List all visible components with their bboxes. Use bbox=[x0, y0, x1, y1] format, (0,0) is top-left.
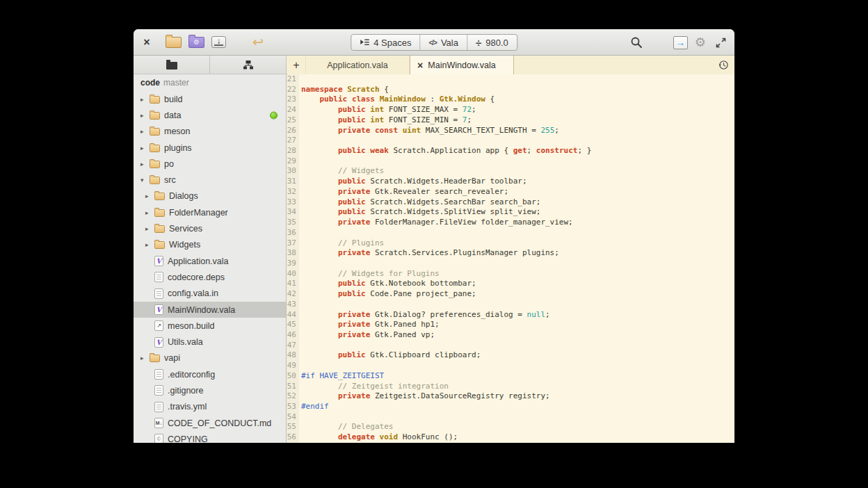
collapsed-expander-icon[interactable]: ▸ bbox=[145, 241, 154, 248]
source-editor[interactable]: 2122namespace Scratch {23 public class M… bbox=[287, 74, 734, 443]
sidebar-item--editorconfig[interactable]: .editorconfig bbox=[134, 366, 286, 382]
sidebar-item-mainwindow-vala[interactable]: VMainWindow.vala bbox=[134, 302, 286, 318]
code-line[interactable]: 52 private Zeitgeist.DataSourceRegistry … bbox=[287, 391, 734, 402]
collapsed-expander-icon[interactable]: ▸ bbox=[145, 193, 154, 200]
code-line[interactable]: 47 bbox=[287, 341, 734, 351]
collapsed-expander-icon[interactable]: ▸ bbox=[140, 161, 150, 168]
code-line[interactable]: 31 public Scratch.Widgets.HeaderBar tool… bbox=[287, 177, 734, 187]
code-line[interactable]: 25 public int FONT_SIZE_MIN = 7; bbox=[287, 115, 734, 126]
code-line[interactable]: 50#if HAVE_ZEITGEIST bbox=[287, 371, 734, 382]
sidebar-item-utils-vala[interactable]: VUtils.vala bbox=[134, 334, 286, 350]
vala-file-icon: V bbox=[154, 337, 163, 348]
sidebar-item--travis-yml[interactable]: .travis.yml bbox=[134, 399, 286, 415]
collapsed-expander-icon[interactable]: ▸ bbox=[140, 112, 150, 119]
line-content: // Delegates bbox=[299, 422, 393, 432]
sidebar-item-dialogs[interactable]: ▸Dialogs bbox=[134, 188, 286, 204]
share-icon[interactable]: → bbox=[673, 36, 688, 49]
sidebar-item-config-vala-in[interactable]: config.vala.in bbox=[134, 286, 286, 302]
undo-icon[interactable]: ↩ bbox=[252, 35, 264, 49]
sidebar-item-widgets[interactable]: ▸Widgets bbox=[134, 237, 286, 253]
code-line[interactable]: 32 private Gtk.Revealer search_revealer; bbox=[287, 187, 734, 197]
window-close-button[interactable]: × bbox=[138, 36, 156, 49]
open-folder-icon[interactable] bbox=[166, 37, 182, 48]
code-line[interactable]: 24 public int FONT_SIZE_MAX = 72; bbox=[287, 105, 734, 115]
collapsed-expander-icon[interactable]: ▸ bbox=[140, 128, 150, 135]
sidebar-item-code-of-conduct-md[interactable]: M↓CODE_OF_CONDUCT.md bbox=[134, 415, 286, 431]
language-button[interactable]: </> Vala bbox=[420, 35, 467, 50]
indentation-button[interactable]: 4 Spaces bbox=[351, 35, 420, 50]
search-icon[interactable] bbox=[630, 36, 643, 49]
sidebar-item--gitignore[interactable]: .gitignore bbox=[134, 382, 286, 398]
code-line[interactable]: 35 private FolderManager.FileView folder… bbox=[287, 218, 734, 228]
tab-close-icon[interactable]: × bbox=[417, 60, 423, 70]
code-line[interactable]: 30 // Widgets bbox=[287, 166, 734, 177]
sidebar-item-src[interactable]: ▾src bbox=[134, 172, 286, 188]
sidebar-item-services[interactable]: ▸Services bbox=[134, 220, 286, 236]
sidebar-item-copying[interactable]: ©COPYING bbox=[134, 431, 286, 443]
code-line[interactable]: 40 // Widgets for Plugins bbox=[287, 269, 734, 279]
code-line[interactable]: 26 private const uint MAX_SEARCH_TEXT_LE… bbox=[287, 126, 734, 136]
line-content: #if HAVE_ZEITGEIST bbox=[299, 371, 384, 382]
sidebar-item-po[interactable]: ▸po bbox=[134, 156, 286, 172]
code-line[interactable]: 38 private Scratch.Services.PluginsManag… bbox=[287, 248, 734, 259]
code-line[interactable]: 23 public class MainWindow : Gtk.Window … bbox=[287, 95, 734, 105]
save-icon[interactable]: ↓ bbox=[211, 36, 226, 48]
templates-folder-icon[interactable]: ⚙ bbox=[188, 37, 204, 48]
sidebar-item-vapi[interactable]: ▸vapi bbox=[134, 350, 286, 366]
collapsed-expander-icon[interactable]: ▸ bbox=[140, 145, 150, 152]
code-line[interactable]: 45 private Gtk.Paned hp1; bbox=[287, 320, 734, 330]
code-line[interactable]: 41 public Gtk.Notebook bottombar; bbox=[287, 279, 734, 289]
sidebar-item-foldermanager[interactable]: ▸FolderManager bbox=[134, 204, 286, 220]
code-line[interactable]: 46 private Gtk.Paned vp; bbox=[287, 330, 734, 341]
sidebar-item-application-vala[interactable]: VApplication.vala bbox=[134, 253, 286, 269]
tab-mainwindow-vala[interactable]: ×MainWindow.vala bbox=[410, 56, 514, 74]
code-line[interactable]: 33 public Scratch.Widgets.SearchBar sear… bbox=[287, 197, 734, 208]
history-icon[interactable] bbox=[712, 56, 734, 74]
gear-icon[interactable]: ⚙ bbox=[695, 36, 706, 49]
line-number: 34 bbox=[287, 207, 299, 218]
code-line[interactable]: 48 public Gtk.Clipboard clipboard; bbox=[287, 350, 734, 361]
code-line[interactable]: 27 bbox=[287, 136, 734, 146]
expanded-expander-icon[interactable]: ▾ bbox=[140, 177, 150, 184]
code-line[interactable]: 21 bbox=[287, 74, 734, 85]
line-content: public class MainWindow : Gtk.Window { bbox=[299, 95, 495, 105]
code-line[interactable]: 54 bbox=[287, 412, 734, 423]
collapsed-expander-icon[interactable]: ▸ bbox=[145, 225, 154, 232]
code-line[interactable]: 53#endif bbox=[287, 402, 734, 412]
templates-gear-glyph: ⚙ bbox=[193, 39, 200, 46]
code-line[interactable]: 22namespace Scratch { bbox=[287, 85, 734, 95]
code-line[interactable]: 44 private Gtk.Dialog? preferences_dialo… bbox=[287, 310, 734, 320]
code-line[interactable]: 34 public Scratch.Widgets.SplitView spli… bbox=[287, 207, 734, 218]
sidebar-item-meson-build[interactable]: ↗meson.build bbox=[134, 318, 286, 334]
sidebar-item-build[interactable]: ▸build bbox=[134, 91, 286, 107]
code-line[interactable]: 43 bbox=[287, 300, 734, 310]
fullscreen-icon[interactable] bbox=[716, 38, 726, 48]
project-view-toggle[interactable] bbox=[134, 56, 210, 74]
code-line[interactable]: 55 // Delegates bbox=[287, 422, 734, 432]
code-line[interactable]: 36 bbox=[287, 228, 734, 238]
collapsed-expander-icon[interactable]: ▸ bbox=[140, 355, 150, 361]
outline-view-toggle[interactable] bbox=[210, 56, 287, 74]
new-tab-button[interactable]: + bbox=[287, 56, 305, 74]
code-line[interactable]: 37 // Plugins bbox=[287, 238, 734, 249]
collapsed-expander-icon[interactable]: ▸ bbox=[145, 209, 154, 216]
sidebar-item-meson[interactable]: ▸meson bbox=[134, 124, 286, 140]
project-root-row[interactable]: code master bbox=[134, 74, 286, 91]
goto-line-button[interactable]: ÷ 980.0 bbox=[467, 35, 517, 50]
code-line[interactable]: 39 bbox=[287, 259, 734, 269]
folder-icon bbox=[154, 225, 165, 233]
sidebar-item-codecore-deps[interactable]: codecore.deps bbox=[134, 269, 286, 285]
code-line[interactable]: 51 // Zeitgeist integration bbox=[287, 382, 734, 392]
tab-application-vala[interactable]: Application.vala bbox=[305, 56, 410, 74]
collapsed-expander-icon[interactable]: ▸ bbox=[140, 96, 150, 103]
code-line[interactable]: 28 public weak Scratch.Application app {… bbox=[287, 146, 734, 156]
code-line[interactable]: 42 public Code.Pane project_pane; bbox=[287, 289, 734, 300]
sidebar-item-plugins[interactable]: ▸plugins bbox=[134, 140, 286, 156]
code-line[interactable]: 49 bbox=[287, 361, 734, 371]
toolbar-right-group: → ⚙ bbox=[630, 29, 734, 56]
code-line[interactable]: 29 bbox=[287, 156, 734, 167]
sidebar-item-label: meson bbox=[164, 127, 191, 136]
code-line[interactable]: 56 delegate void HookFunc (); bbox=[287, 432, 734, 443]
sidebar-item-data[interactable]: ▸data bbox=[134, 107, 286, 123]
line-content: namespace Scratch { bbox=[299, 85, 389, 95]
